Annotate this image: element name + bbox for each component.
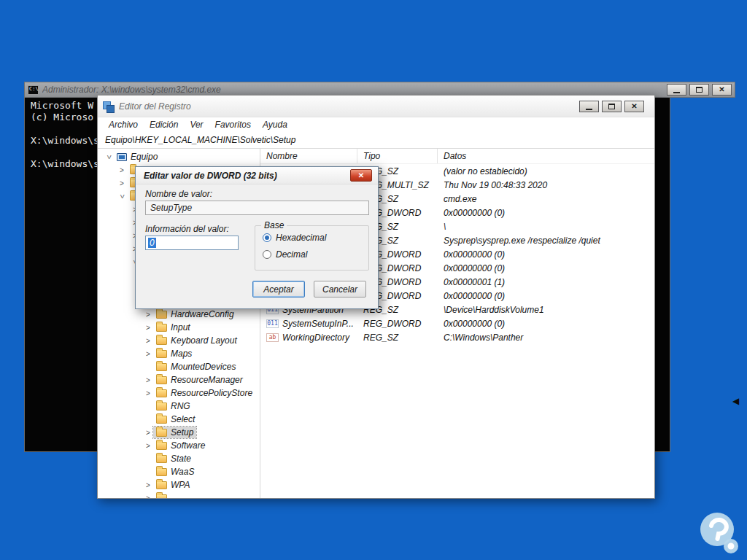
- base-groupbox: Base Hexadecimal Decimal: [255, 225, 369, 271]
- column-header-nombre[interactable]: Nombre: [260, 149, 357, 163]
- tree-chevron-icon[interactable]: >: [143, 389, 153, 397]
- minimize-button[interactable]: [667, 84, 686, 96]
- scroll-left-arrow-icon: ◀: [732, 396, 739, 406]
- folder-icon: [156, 455, 167, 463]
- tree-item-label: Keyboard Layout: [171, 335, 237, 346]
- folder-icon: [156, 337, 167, 345]
- tree-chevron-icon[interactable]: >: [143, 494, 153, 499]
- column-header-tipo[interactable]: Tipo: [357, 149, 438, 163]
- radio-button-icon: [263, 233, 271, 242]
- tree-chevron-icon[interactable]: >: [143, 337, 153, 345]
- value-name-field[interactable]: SetupType: [145, 201, 369, 215]
- tree-chevron-icon[interactable]: >: [143, 481, 153, 489]
- column-header-datos[interactable]: Datos: [438, 149, 654, 163]
- minimize-icon: [673, 92, 680, 93]
- tree-item-partial[interactable]: >: [98, 491, 260, 498]
- cmd-window-title: Administrador: X:\windows\system32\cmd.e…: [42, 85, 221, 95]
- tree-item-setup[interactable]: >Setup: [98, 426, 260, 439]
- dword-value-icon: 011: [266, 319, 279, 328]
- maximize-button[interactable]: [602, 101, 622, 112]
- regedit-titlebar[interactable]: Editor del Registro ✕: [98, 96, 654, 117]
- tree-item-label: Maps: [171, 349, 192, 359]
- value-type: REG_DWORD: [357, 319, 438, 329]
- close-icon: ✕: [631, 103, 637, 110]
- tree-chevron-icon[interactable]: >: [143, 324, 153, 332]
- tree-item-state[interactable]: State: [98, 452, 260, 465]
- value-data: \: [438, 222, 654, 232]
- maximize-button[interactable]: [689, 84, 709, 96]
- tree-root-equipo[interactable]: >Equipo: [98, 150, 260, 163]
- regedit-address-bar[interactable]: Equipo\HKEY_LOCAL_MACHINE\Solvetic\Setup: [98, 132, 654, 149]
- accept-button[interactable]: Aceptar: [252, 281, 305, 298]
- tree-item-wpa[interactable]: >WPA: [98, 478, 260, 491]
- dword-dialog-title: Editar valor de DWORD (32 bits): [144, 171, 277, 181]
- selected-value-text: 0: [148, 238, 156, 248]
- tree-chevron-icon[interactable]: >: [143, 311, 153, 319]
- close-button[interactable]: ✕: [624, 101, 644, 112]
- value-data: \Device\HarddiskVolume1: [438, 305, 654, 315]
- menu-item-ayuda[interactable]: Ayuda: [258, 118, 294, 131]
- menu-item-ver[interactable]: Ver: [185, 118, 209, 131]
- tree-item-resourcemanager[interactable]: >ResourceManager: [98, 373, 260, 386]
- value-name-label: Nombre de valor:: [145, 189, 212, 199]
- tree-chevron-icon[interactable]: >: [143, 442, 153, 450]
- menu-item-favoritos[interactable]: Favoritos: [210, 118, 258, 131]
- radio-decimal[interactable]: Decimal: [263, 249, 368, 260]
- tree-item-mounteddevices[interactable]: MountedDevices: [98, 360, 260, 373]
- dialog-close-button[interactable]: ✕: [350, 169, 372, 182]
- tree-chevron-icon[interactable]: >: [105, 152, 113, 162]
- folder-icon: [156, 311, 167, 319]
- tree-item-label: Setup: [171, 427, 193, 438]
- folder-icon: [156, 494, 167, 499]
- folder-icon: [156, 468, 167, 476]
- tree-item-hardwareconfig[interactable]: >HardwareConfig: [98, 308, 260, 321]
- radio-hexadecimal[interactable]: Hexadecimal: [263, 233, 368, 243]
- tree-item-maps[interactable]: >Maps: [98, 347, 260, 360]
- tree-item-rng[interactable]: RNG: [98, 400, 260, 413]
- radio-button-icon: [263, 250, 271, 259]
- menu-item-archivo[interactable]: Archivo: [104, 118, 144, 131]
- tree-chevron-icon[interactable]: >: [117, 166, 127, 174]
- tree-item-select[interactable]: Select: [98, 413, 260, 426]
- value-data: Sysprep\sysprep.exe /respecialize /quiet: [438, 236, 654, 246]
- menu-item-edici-n[interactable]: Edición: [144, 118, 185, 131]
- cancel-button[interactable]: Cancelar: [314, 281, 366, 298]
- value-name: SystemSetupInP...: [282, 319, 354, 329]
- value-data: 0x00000000 (0): [438, 291, 654, 301]
- tree-chevron-icon[interactable]: >: [117, 179, 127, 187]
- list-row-systemsetupinp[interactable]: 011SystemSetupInP...REG_DWORD0x00000000 …: [260, 316, 654, 330]
- tree-item-label: Input: [171, 322, 190, 332]
- folder-icon: [156, 416, 167, 424]
- regedit-menubar: ArchivoEdiciónVerFavoritosAyuda: [98, 117, 654, 132]
- tree-item-label: Equipo: [131, 152, 158, 162]
- tree-chevron-icon[interactable]: >: [143, 376, 153, 384]
- close-icon: ✕: [719, 86, 724, 93]
- tree-item-label: WaaS: [171, 467, 194, 477]
- folder-icon: [156, 363, 167, 371]
- dword-dialog-titlebar[interactable]: Editar valor de DWORD (32 bits) ✕: [136, 167, 378, 184]
- maximize-icon: [696, 87, 703, 93]
- regedit-window-title: Editor del Registro: [119, 101, 191, 112]
- tree-item-input[interactable]: >Input: [98, 321, 260, 334]
- tree-item-label: Software: [171, 440, 205, 451]
- regedit-app-icon: [103, 101, 114, 112]
- radio-decimal-label: Decimal: [276, 249, 307, 260]
- tree-item-label: MountedDevices: [171, 362, 236, 372]
- radio-hexadecimal-label: Hexadecimal: [276, 233, 326, 243]
- folder-icon: [156, 481, 167, 489]
- tree-item-keyboard-layout[interactable]: >Keyboard Layout: [98, 334, 260, 347]
- maximize-icon: [608, 104, 615, 109]
- close-button[interactable]: ✕: [712, 84, 732, 96]
- tree-chevron-icon[interactable]: >: [118, 191, 126, 201]
- folder-icon: [156, 389, 167, 397]
- list-header: Nombre Tipo Datos: [260, 149, 654, 164]
- solvetic-logo: [697, 510, 741, 559]
- tree-item-waas[interactable]: WaaS: [98, 465, 260, 478]
- tree-chevron-icon[interactable]: >: [143, 429, 153, 437]
- value-data-field[interactable]: 0: [145, 236, 239, 250]
- minimize-button[interactable]: [579, 101, 599, 112]
- tree-item-resourcepolicystore[interactable]: >ResourcePolicyStore: [98, 386, 260, 400]
- tree-item-software[interactable]: >Software: [98, 439, 260, 452]
- tree-chevron-icon[interactable]: >: [143, 350, 153, 358]
- list-row-workingdirectory[interactable]: abWorkingDirectoryREG_SZC:\Windows\Panth…: [260, 330, 654, 344]
